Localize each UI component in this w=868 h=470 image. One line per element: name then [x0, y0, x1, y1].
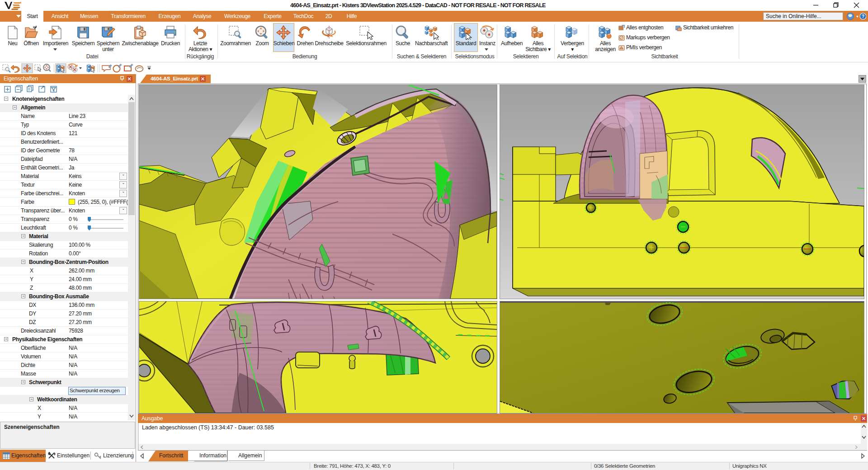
svg-text:?: ? [862, 14, 864, 19]
